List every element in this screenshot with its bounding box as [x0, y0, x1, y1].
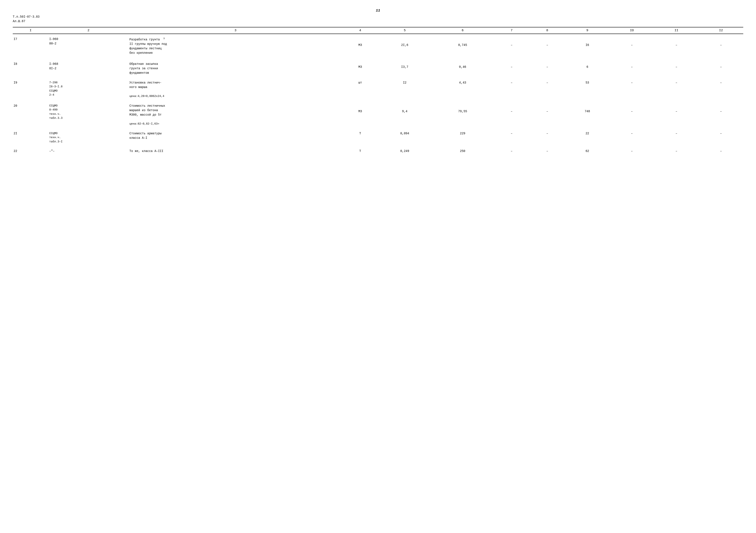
cell-22-10: – — [610, 148, 654, 155]
ref-line1: Т.п.50I-07-3.83 — [13, 15, 743, 19]
cell-17-1: I7 — [13, 34, 48, 56]
cell-21-10: – — [610, 131, 654, 145]
table-row: 22 –"– То же, класса А–III Т 0,249 250 –… — [13, 148, 743, 155]
cell-18-6: 0,46 — [431, 60, 494, 76]
cell-21-8: – — [529, 131, 565, 145]
cell-22-6: 250 — [431, 148, 494, 155]
cell-17-3: Разработка грунта 3II группы вручную под… — [129, 34, 342, 56]
cell-19-10: – — [610, 80, 654, 99]
cell-17-8: – — [529, 34, 565, 56]
cell-19-8: – — [529, 80, 565, 99]
cell-19-11: – — [654, 80, 699, 99]
spacer-row — [13, 56, 743, 60]
cell-21-9: 22 — [565, 131, 609, 145]
spacer-row — [13, 145, 743, 148]
table-row: I9 7–298 I8–3–I.8 ССЦМО 2–4 Установка ле… — [13, 80, 743, 99]
cell-19-2: 7–298 I8–3–I.8 ССЦМО 2–4 — [48, 80, 129, 99]
cell-17-4: МЗ — [342, 34, 378, 56]
cell-22-4: Т — [342, 148, 378, 155]
table-row: 2I ССЦМО техн.ч. табл.3–I Стоимость арма… — [13, 131, 743, 145]
cell-20-8: – — [529, 103, 565, 127]
header-col4: 4 — [342, 27, 378, 34]
page-number: 11 — [13, 9, 743, 13]
cell-21-2: ССЦМО техн.ч. табл.3–I — [48, 131, 129, 145]
cell-19-1: I9 — [13, 80, 48, 99]
header-col7: 7 — [494, 27, 529, 34]
cell-19-5: I2 — [378, 80, 431, 99]
header-col6: 6 — [431, 27, 494, 34]
header-col12: I2 — [699, 27, 743, 34]
ref-line2: Ал.Ш.87 — [13, 19, 743, 24]
cell-20-4: МЗ — [342, 103, 378, 127]
cell-22-12: – — [699, 148, 743, 155]
cell-18-11: – — [654, 60, 699, 76]
header-col1: I — [13, 27, 48, 34]
cell-18-10: – — [610, 60, 654, 76]
main-table: I 2 3 4 5 6 7 8 9 IO II I2 I7 I–960 80–2… — [13, 27, 743, 155]
cell-22-1: 22 — [13, 148, 48, 155]
cell-18-7: – — [494, 60, 529, 76]
table-row: I7 I–960 80–2 Разработка грунта 3II груп… — [13, 34, 743, 56]
cell-22-8: – — [529, 148, 565, 155]
header-col10: IO — [610, 27, 654, 34]
cell-18-3: Обратная засыпкагрунта за стенкифундамен… — [129, 60, 342, 76]
cell-20-3: Стоимость лестничныхмаршей из бетонаМ300… — [129, 103, 342, 127]
cell-22-2: –"– — [48, 148, 129, 155]
cell-17-12: – — [699, 34, 743, 56]
cell-20-5: 9,4 — [378, 103, 431, 127]
cell-17-6: 0,745 — [431, 34, 494, 56]
cell-22-9: 62 — [565, 148, 609, 155]
table-header-row: I 2 3 4 5 6 7 8 9 IO II I2 — [13, 27, 743, 34]
spacer-row — [13, 99, 743, 103]
cell-17-2: I–960 80–2 — [48, 34, 129, 56]
cell-21-12: – — [699, 131, 743, 145]
cell-20-12: – — [699, 103, 743, 127]
cell-19-9: 53 — [565, 80, 609, 99]
cell-18-4: МЗ — [342, 60, 378, 76]
cell-17-11: – — [654, 34, 699, 56]
cell-17-7: – — [494, 34, 529, 56]
cell-21-11: – — [654, 131, 699, 145]
spacer-row — [13, 127, 743, 131]
header-col3: 3 — [129, 27, 342, 34]
cell-19-3: Установка лестнич-ного маршацена:4,28+0,… — [129, 80, 342, 99]
cell-21-7: – — [494, 131, 529, 145]
header-col9: 9 — [565, 27, 609, 34]
cell-21-3: Стоимость арматурыкласса А–I — [129, 131, 342, 145]
table-row: 20 ССЦМО 8–499 техн.ч. табл.3.3 Стоимост… — [13, 103, 743, 127]
cell-21-4: Т — [342, 131, 378, 145]
cell-18-9: 6 — [565, 60, 609, 76]
cell-18-2: I–968 8I–2 — [48, 60, 129, 76]
cell-18-12: – — [699, 60, 743, 76]
header-col8: 8 — [529, 27, 565, 34]
cell-19-6: 4,43 — [431, 80, 494, 99]
cell-18-8: – — [529, 60, 565, 76]
cell-17-9: I6 — [565, 34, 609, 56]
cell-20-11: – — [654, 103, 699, 127]
cell-21-1: 2I — [13, 131, 48, 145]
doc-ref: Т.п.50I-07-3.83 Ал.Ш.87 — [13, 15, 743, 24]
cell-20-2: ССЦМО 8–499 техн.ч. табл.3.3 — [48, 103, 129, 127]
cell-18-1: I8 — [13, 60, 48, 76]
cell-21-6: 229 — [431, 131, 494, 145]
cell-22-3: То же, класса А–III — [129, 148, 342, 155]
cell-20-1: 20 — [13, 103, 48, 127]
cell-19-4: шт — [342, 80, 378, 99]
cell-20-9: 748 — [565, 103, 609, 127]
header-col11: II — [654, 27, 699, 34]
cell-20-7: – — [494, 103, 529, 127]
cell-22-5: 0,249 — [378, 148, 431, 155]
cell-21-5: 0,094 — [378, 131, 431, 145]
cell-22-7: – — [494, 148, 529, 155]
cell-22-11: – — [654, 148, 699, 155]
spacer-row — [13, 76, 743, 80]
cell-18-5: I3,7 — [378, 60, 431, 76]
cell-20-10: – — [610, 103, 654, 127]
cell-20-6: 79,55 — [431, 103, 494, 127]
cell-17-5: 2I,6 — [378, 34, 431, 56]
header-col5: 5 — [378, 27, 431, 34]
header-col2: 2 — [48, 27, 129, 34]
cell-19-12: – — [699, 80, 743, 99]
table-row: I8 I–968 8I–2 Обратная засыпкагрунта за … — [13, 60, 743, 76]
cell-17-10: – — [610, 34, 654, 56]
